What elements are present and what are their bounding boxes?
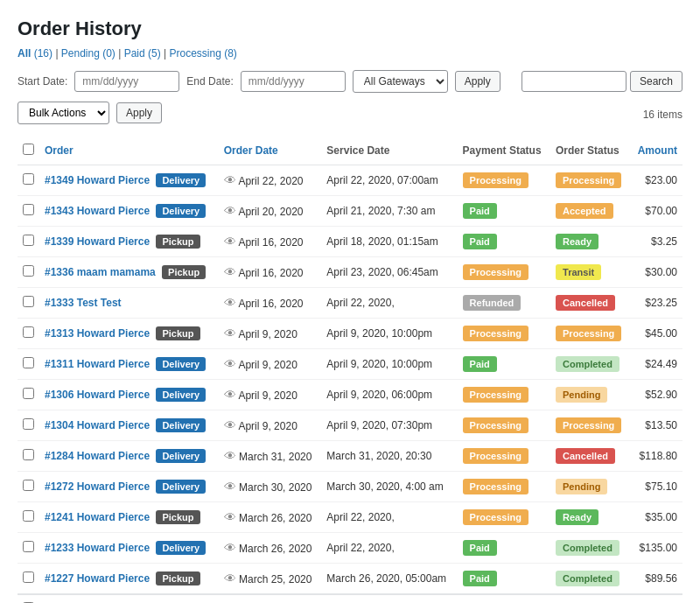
order-status-badge: Transit — [556, 264, 601, 280]
order-type-badge: Pickup — [156, 510, 200, 524]
col-payment-status: Payment Status — [458, 137, 550, 165]
row-checkbox[interactable] — [23, 480, 34, 491]
order-link[interactable]: #1233 Howard Pierce — [45, 542, 150, 554]
search-button[interactable]: Search — [630, 71, 682, 92]
bulk-apply-button[interactable]: Apply — [116, 102, 162, 123]
col-order-status: Order Status — [550, 137, 630, 165]
eye-icon[interactable]: 👁 — [224, 204, 236, 218]
row-order-cell: #1311 Howard Pierce Delivery — [39, 349, 219, 380]
eye-icon[interactable]: 👁 — [224, 418, 236, 432]
row-checkbox[interactable] — [23, 296, 34, 307]
table-footer-row: Order Order Date Service Date Payment St… — [18, 594, 682, 603]
eye-icon[interactable]: 👁 — [224, 541, 236, 555]
col-order[interactable]: Order — [39, 137, 219, 165]
filter-tab-paid[interactable]: Paid (5) — [124, 47, 161, 60]
row-order-status-cell: Completed — [550, 349, 630, 380]
select-all-checkbox[interactable] — [23, 144, 34, 155]
eye-icon[interactable]: 👁 — [224, 296, 236, 310]
order-link[interactable]: #1304 Howard Pierce — [45, 419, 150, 431]
order-link[interactable]: #1311 Howard Pierce — [45, 358, 150, 370]
eye-icon[interactable]: 👁 — [224, 357, 236, 371]
row-checkbox-cell[interactable] — [18, 502, 39, 533]
row-checkbox[interactable] — [23, 510, 34, 522]
filter-tab-pending[interactable]: Pending (0) — [61, 47, 116, 60]
order-link[interactable]: #1306 Howard Pierce — [45, 389, 150, 401]
row-order-cell: #1304 Howard Pierce Delivery — [39, 410, 219, 441]
row-checkbox-cell[interactable] — [18, 349, 39, 380]
row-checkbox-cell[interactable] — [18, 564, 39, 595]
row-checkbox-cell[interactable] — [18, 288, 39, 319]
eye-icon[interactable]: 👁 — [224, 173, 236, 187]
row-checkbox-cell[interactable] — [18, 196, 39, 227]
gateway-select[interactable]: All Gateways — [353, 70, 448, 93]
footer-select-all[interactable] — [18, 594, 39, 603]
order-link[interactable]: #1349 Howard Pierce — [45, 174, 150, 186]
eye-icon[interactable]: 👁 — [224, 480, 236, 494]
row-order-cell: #1336 maam mamama Pickup — [39, 257, 219, 288]
row-checkbox[interactable] — [23, 388, 34, 399]
order-link[interactable]: #1284 Howard Pierce — [45, 450, 150, 462]
row-checkbox-cell[interactable] — [18, 165, 39, 196]
row-service-date-cell: April 9, 2020, 10:00pm — [321, 349, 457, 380]
filter-tab-processing[interactable]: Processing (8) — [170, 47, 237, 60]
row-checkbox-cell[interactable] — [18, 533, 39, 564]
row-order-cell: #1343 Howard Pierce Delivery — [39, 196, 219, 227]
row-service-date-cell: April 22, 2020, — [321, 502, 457, 533]
row-checkbox[interactable] — [23, 449, 34, 460]
col-service-date: Service Date — [321, 137, 457, 165]
eye-icon[interactable]: 👁 — [224, 510, 236, 524]
row-checkbox[interactable] — [23, 418, 34, 430]
apply-filter-button[interactable]: Apply — [455, 71, 500, 92]
footer-col-amount[interactable]: Amount — [630, 594, 682, 603]
eye-icon[interactable]: 👁 — [224, 235, 236, 249]
row-checkbox-cell[interactable] — [18, 227, 39, 257]
row-service-date-cell: March 30, 2020, 4:00 am — [321, 472, 457, 502]
col-order-date[interactable]: Order Date — [219, 137, 322, 165]
row-checkbox[interactable] — [23, 571, 34, 583]
order-link[interactable]: #1227 Howard Pierce — [45, 572, 150, 585]
row-checkbox[interactable] — [23, 541, 34, 552]
row-order-date-cell: 👁 April 16, 2020 — [219, 227, 322, 257]
row-checkbox[interactable] — [23, 235, 34, 246]
row-checkbox-cell[interactable] — [18, 472, 39, 502]
row-checkbox-cell[interactable] — [18, 257, 39, 288]
eye-icon[interactable]: 👁 — [224, 265, 236, 279]
row-order-status-cell: Ready — [550, 502, 630, 533]
eye-icon[interactable]: 👁 — [224, 571, 236, 585]
row-amount-cell: $118.80 — [630, 441, 682, 472]
order-link[interactable]: #1339 Howard Pierce — [45, 235, 150, 248]
select-all-header[interactable] — [18, 137, 39, 165]
order-link[interactable]: #1336 maam mamama — [45, 266, 156, 278]
end-date-input[interactable] — [241, 71, 346, 92]
row-order-status-cell: Accepted — [550, 196, 630, 227]
footer-col-order[interactable]: Order — [39, 594, 219, 603]
start-date-input[interactable] — [74, 71, 179, 92]
order-link[interactable]: #1343 Howard Pierce — [45, 205, 150, 217]
order-link[interactable]: #1241 Howard Pierce — [45, 511, 150, 523]
eye-icon[interactable]: 👁 — [224, 388, 236, 402]
order-link[interactable]: #1333 Test Test — [45, 297, 122, 309]
row-amount-cell: $13.50 — [630, 410, 682, 441]
order-link[interactable]: #1313 Howard Pierce — [45, 327, 150, 340]
row-amount-cell: $23.00 — [630, 165, 682, 196]
order-link[interactable]: #1272 Howard Pierce — [45, 480, 150, 493]
row-checkbox-cell[interactable] — [18, 380, 39, 410]
search-input[interactable] — [522, 71, 626, 92]
row-checkbox[interactable] — [23, 265, 34, 277]
col-amount[interactable]: Amount — [630, 137, 682, 165]
bulk-actions-select[interactable]: Bulk Actions — [18, 102, 109, 124]
eye-icon[interactable]: 👁 — [224, 326, 236, 340]
row-checkbox-cell[interactable] — [18, 319, 39, 349]
row-checkbox[interactable] — [23, 204, 34, 215]
row-checkbox[interactable] — [23, 357, 34, 368]
row-payment-status-cell: Refunded — [458, 288, 550, 319]
row-checkbox-cell[interactable] — [18, 441, 39, 472]
row-checkbox-cell[interactable] — [18, 410, 39, 441]
footer-col-order-date[interactable]: Order Date — [219, 594, 322, 603]
eye-icon[interactable]: 👁 — [224, 449, 236, 463]
row-checkbox[interactable] — [23, 326, 34, 338]
row-checkbox[interactable] — [23, 173, 34, 185]
row-order-status-cell: Processing — [550, 319, 630, 349]
row-order-date-cell: 👁 April 9, 2020 — [219, 410, 322, 441]
filter-tab-all[interactable]: All (16) — [18, 47, 52, 60]
